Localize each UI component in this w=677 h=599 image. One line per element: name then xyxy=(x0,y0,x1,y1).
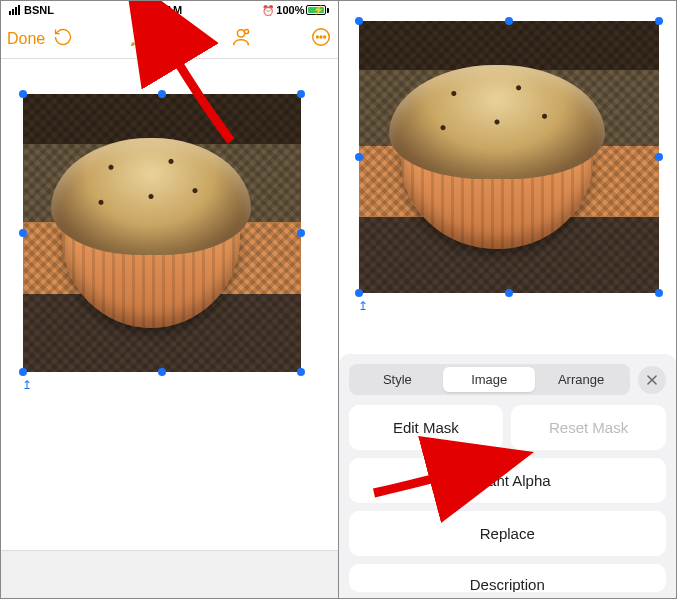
resize-handle[interactable] xyxy=(355,153,363,161)
resize-handle[interactable] xyxy=(355,17,363,25)
resize-handle[interactable] xyxy=(505,17,513,25)
reset-mask-button: Reset Mask xyxy=(511,405,666,450)
resize-handle[interactable] xyxy=(355,289,363,297)
format-tabs[interactable]: Style Image Arrange xyxy=(349,364,631,395)
svg-point-0 xyxy=(238,29,245,36)
editor-canvas-right[interactable]: ↥ Style Image Arrange Edit Mask Reset Ma… xyxy=(339,1,677,598)
editor-canvas-left[interactable]: ↥ xyxy=(1,59,338,598)
resize-handle[interactable] xyxy=(158,90,166,98)
add-icon[interactable] xyxy=(180,26,202,52)
muffin-photo xyxy=(359,21,659,293)
tab-style[interactable]: Style xyxy=(352,367,444,392)
left-screenshot: BSNL 11:19 AM ⏰ 100% ⚡ Done xyxy=(1,1,339,598)
tab-arrange[interactable]: Arrange xyxy=(535,367,627,392)
resize-handle[interactable] xyxy=(655,153,663,161)
resize-handle[interactable] xyxy=(297,368,305,376)
edit-mask-button[interactable]: Edit Mask xyxy=(349,405,504,450)
selected-image[interactable]: ↥ xyxy=(359,21,659,293)
anchor-indicator: ↥ xyxy=(22,378,32,392)
done-button[interactable]: Done xyxy=(7,30,45,48)
alarm-icon: ⏰ xyxy=(262,5,274,16)
keyboard-accessory xyxy=(1,550,338,598)
selected-image[interactable]: ↥ xyxy=(23,94,301,372)
resize-handle[interactable] xyxy=(297,90,305,98)
format-panel: Style Image Arrange Edit Mask Reset Mask… xyxy=(339,354,677,598)
resize-handle[interactable] xyxy=(19,229,27,237)
resize-handle[interactable] xyxy=(19,368,27,376)
muffin-photo xyxy=(23,94,301,372)
resize-handle[interactable] xyxy=(297,229,305,237)
resize-handle[interactable] xyxy=(19,90,27,98)
svg-point-5 xyxy=(323,36,325,38)
svg-point-4 xyxy=(320,36,322,38)
resize-handle[interactable] xyxy=(655,17,663,25)
resize-handle[interactable] xyxy=(505,289,513,297)
status-bar: BSNL 11:19 AM ⏰ 100% ⚡ xyxy=(1,1,338,19)
carrier-label: BSNL xyxy=(24,4,54,16)
format-brush-icon[interactable] xyxy=(130,26,152,52)
signal-icon xyxy=(9,5,20,15)
clock: 11:19 AM xyxy=(134,4,182,16)
resize-handle[interactable] xyxy=(158,368,166,376)
resize-handle[interactable] xyxy=(655,289,663,297)
undo-icon[interactable] xyxy=(53,27,73,51)
svg-point-1 xyxy=(245,29,249,33)
replace-button[interactable]: Replace xyxy=(349,511,667,556)
more-icon[interactable] xyxy=(310,26,332,52)
close-button[interactable] xyxy=(638,366,666,394)
close-icon xyxy=(645,373,659,387)
anchor-indicator: ↥ xyxy=(358,299,368,313)
description-button[interactable]: Description xyxy=(349,564,667,592)
battery-icon: ⚡ xyxy=(306,5,329,15)
toolbar: Done xyxy=(1,19,338,59)
svg-point-3 xyxy=(316,36,318,38)
instant-alpha-button[interactable]: Instant Alpha xyxy=(349,458,667,503)
battery-percent: 100% xyxy=(276,4,304,16)
tab-image[interactable]: Image xyxy=(443,367,535,392)
collaborate-icon[interactable] xyxy=(230,26,252,52)
right-screenshot: ↥ Style Image Arrange Edit Mask Reset Ma… xyxy=(339,1,677,598)
